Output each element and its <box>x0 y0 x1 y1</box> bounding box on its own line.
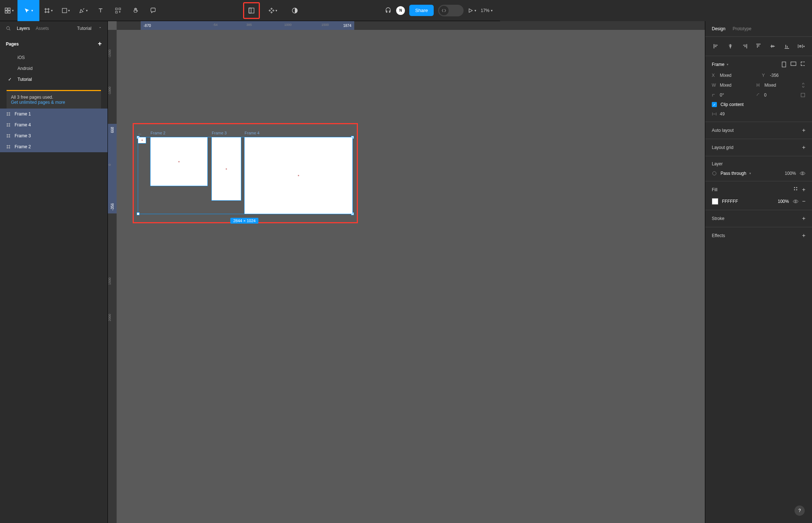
svg-rect-1 <box>116 8 117 10</box>
code-icon <box>439 6 449 15</box>
layer-label: Frame 4 <box>15 122 31 127</box>
frame-tool-button[interactable]: ▾ <box>39 0 57 21</box>
frame-label: Frame 3 <box>212 131 227 135</box>
layer-label: Frame 3 <box>15 133 31 138</box>
svg-rect-0 <box>62 8 67 13</box>
frame-label: Frame 2 <box>151 131 165 135</box>
upgrade-link[interactable]: Get unlimited pages & more <box>11 100 97 105</box>
page-item-tutorial[interactable]: Tutorial <box>0 74 108 85</box>
canvas-frame-2[interactable]: Frame 2 <box>150 137 208 186</box>
frame-icon <box>6 144 11 149</box>
pen-tool-button[interactable]: ▾ <box>74 0 92 21</box>
svg-rect-5 <box>249 8 251 13</box>
canvas-content[interactable]: ... Frame 2 Frame 3 Frame 4 2844 × 1024 <box>117 30 500 322</box>
frame-icon <box>6 111 11 117</box>
share-button[interactable]: Share <box>409 5 434 16</box>
layer-item-frame1[interactable]: Frame 1 <box>0 109 108 119</box>
mask-button[interactable] <box>286 0 304 21</box>
page-item-android[interactable]: Android <box>0 63 108 74</box>
pages-label: Pages <box>6 42 19 47</box>
toolbar-center: ▾ <box>162 0 384 21</box>
frame-icon <box>6 122 11 127</box>
page-item-ios[interactable]: iOS <box>0 52 108 63</box>
frame-label: Frame 4 <box>245 131 259 135</box>
pages-header: Pages + <box>0 36 108 52</box>
layers-tab[interactable]: Layers <box>17 26 30 31</box>
file-name[interactable]: Tutorial <box>77 26 91 31</box>
add-page-button[interactable]: + <box>98 40 102 48</box>
comment-tool-button[interactable] <box>144 0 162 21</box>
svg-rect-4 <box>249 8 254 13</box>
toolbar-right: N Share ▾ 17% ▾ <box>384 5 500 16</box>
component-menu-button[interactable]: ▾ <box>264 0 282 21</box>
canvas-frame-4[interactable]: Frame 4 <box>244 137 353 214</box>
canvas[interactable]: -870 1874 -54 385 1000 1500 -1500 -1000 … <box>108 21 500 322</box>
left-panel-tabs: Layers Assets Tutorial ⌃ <box>0 21 108 36</box>
layer-label: Frame 2 <box>15 144 31 149</box>
svg-rect-2 <box>119 8 121 10</box>
zoom-control[interactable]: 17% ▾ <box>481 8 493 13</box>
canvas-frame-3[interactable]: Frame 3 <box>211 137 241 201</box>
main-menu-button[interactable]: ▾ <box>0 0 17 21</box>
ruler-horizontal: -870 1874 -54 385 1000 1500 <box>117 21 500 30</box>
upgrade-notice: All 3 free pages used. Get unlimited pag… <box>7 90 101 109</box>
left-panel: Layers Assets Tutorial ⌃ Pages + iOS And… <box>0 21 108 322</box>
svg-point-7 <box>7 27 9 30</box>
frame-icon <box>6 133 11 138</box>
component-toggle-button[interactable] <box>243 2 260 19</box>
layer-item-frame2[interactable]: Frame 2 <box>0 141 108 152</box>
avatar[interactable]: N <box>396 6 405 15</box>
assets-tab[interactable]: Assets <box>36 26 49 31</box>
svg-rect-3 <box>116 11 117 13</box>
search-icon[interactable] <box>6 26 11 31</box>
layer-item-frame3[interactable]: Frame 3 <box>0 130 108 141</box>
ruler-vertical: -1500 -1000 -356 668 0 1500 2000 <box>108 30 117 322</box>
canvas-frame-1[interactable]: ... <box>138 137 146 143</box>
frame-label: ... <box>138 131 141 135</box>
audio-icon[interactable] <box>384 7 392 14</box>
upgrade-text: All 3 free pages used. <box>11 95 97 100</box>
selection-dimensions: 2844 × 1024 <box>230 218 258 224</box>
dev-mode-toggle[interactable] <box>438 5 464 16</box>
resources-button[interactable] <box>109 0 127 21</box>
layer-item-frame4[interactable]: Frame 4 <box>0 119 108 130</box>
toolbar: ▾ ▾ ▾ ▾ ▾ <box>0 0 500 21</box>
move-tool-button[interactable]: ▾ <box>17 0 39 21</box>
hand-tool-button[interactable] <box>127 0 144 21</box>
layer-label: Frame 1 <box>15 111 31 117</box>
toolbar-left: ▾ ▾ ▾ ▾ ▾ <box>0 0 162 21</box>
text-tool-button[interactable] <box>92 0 109 21</box>
shape-tool-button[interactable]: ▾ <box>57 0 74 21</box>
present-button[interactable]: ▾ <box>468 8 476 13</box>
